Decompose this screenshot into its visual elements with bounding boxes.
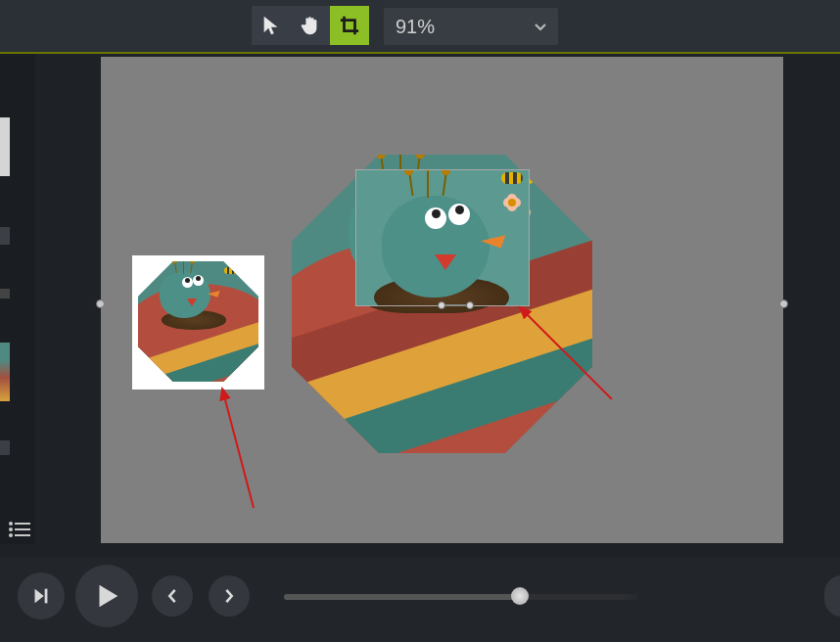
- timeline-fade: [617, 590, 662, 604]
- crop-icon: [339, 15, 360, 36]
- top-toolbar: 91%: [0, 0, 840, 54]
- step-forward-button[interactable]: [18, 573, 65, 619]
- prev-button[interactable]: [152, 575, 193, 617]
- overflow-button[interactable]: [824, 575, 840, 617]
- playback-bar: [0, 558, 840, 642]
- crop-handle-bar[interactable]: [445, 304, 467, 306]
- thumbnail-slot[interactable]: [0, 440, 10, 455]
- thumbnail-slot[interactable]: [0, 289, 10, 298]
- pan-tool[interactable]: [291, 6, 330, 45]
- zoom-value: 91%: [396, 16, 435, 38]
- thumbnail-preview[interactable]: [132, 255, 264, 390]
- svg-rect-8: [45, 589, 48, 604]
- chevron-down-icon: [535, 23, 546, 31]
- svg-point-4: [9, 533, 13, 537]
- tool-tray: [252, 6, 369, 45]
- hand-icon: [300, 15, 321, 36]
- thumbnail-slot[interactable]: [0, 117, 10, 176]
- cursor-tool[interactable]: [252, 6, 291, 45]
- thumbnail-slot[interactable]: [0, 343, 10, 401]
- arrow-icon: [260, 15, 282, 36]
- svg-rect-5: [15, 534, 30, 536]
- timeline-slider[interactable]: [284, 594, 638, 600]
- timeline-knob[interactable]: [511, 587, 529, 605]
- svg-rect-3: [15, 528, 30, 530]
- thumbnail-strip: [0, 54, 35, 544]
- next-button[interactable]: [209, 575, 250, 617]
- crop-handle[interactable]: [438, 301, 445, 309]
- thumbnail-slot[interactable]: [0, 227, 10, 245]
- list-view-button[interactable]: [4, 516, 35, 543]
- selection-handle-right[interactable]: [779, 299, 788, 308]
- crop-tool[interactable]: [330, 6, 369, 45]
- list-icon: [9, 522, 30, 537]
- play-icon: [92, 581, 121, 611]
- svg-line-6: [222, 389, 254, 508]
- play-button[interactable]: [75, 565, 138, 627]
- selection-handle-left[interactable]: [96, 299, 105, 308]
- canvas[interactable]: [101, 57, 783, 543]
- zoom-dropdown[interactable]: 91%: [384, 8, 558, 45]
- crop-handle[interactable]: [466, 301, 474, 309]
- svg-rect-1: [15, 523, 30, 525]
- svg-point-0: [9, 522, 13, 526]
- crop-region[interactable]: [356, 170, 529, 305]
- step-forward-icon: [30, 585, 52, 607]
- canvas-viewport: [35, 54, 840, 544]
- annotation-arrow: [209, 385, 267, 512]
- chevron-left-icon: [164, 588, 180, 604]
- svg-point-2: [9, 527, 13, 531]
- chevron-right-icon: [221, 588, 237, 604]
